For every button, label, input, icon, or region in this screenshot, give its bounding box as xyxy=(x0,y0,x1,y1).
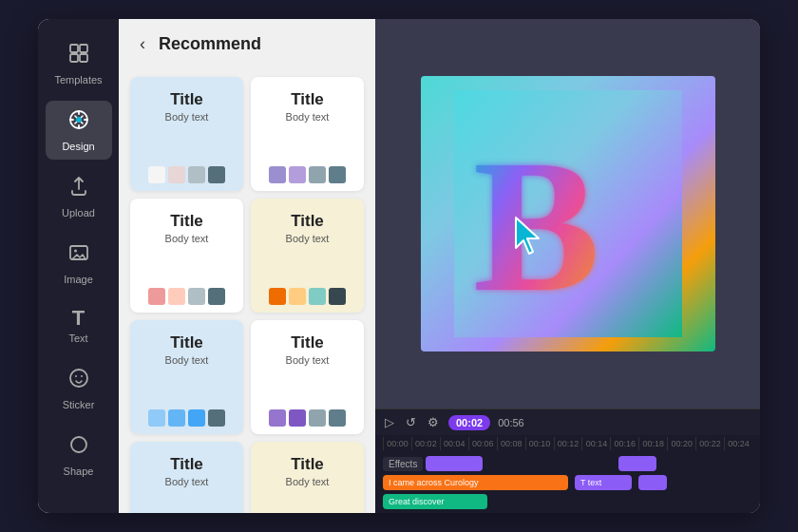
track-label-effects: Effects xyxy=(383,457,423,471)
ruler-tick: 00:24 xyxy=(724,437,752,450)
swatch xyxy=(289,288,306,305)
sidebar-item-templates[interactable]: Templates xyxy=(46,34,112,93)
sidebar-label-sticker: Sticker xyxy=(63,399,95,410)
card-body: Body text xyxy=(286,111,330,123)
sidebar-item-text[interactable]: T Text xyxy=(46,300,112,352)
svg-rect-2 xyxy=(70,54,78,62)
swatch xyxy=(329,166,346,183)
sidebar-label-shape: Shape xyxy=(64,466,94,477)
template-card[interactable]: Title Body text xyxy=(251,320,364,434)
timeline-ruler: 00:00 00:02 00:04 00:06 00:08 00:10 00:1… xyxy=(375,435,760,452)
track-effects: Effects xyxy=(383,456,752,472)
design-icon xyxy=(67,108,90,137)
text-icon: T xyxy=(72,308,85,329)
back-button[interactable]: ‹ xyxy=(134,32,151,56)
track-bar-text: I came across Curology xyxy=(389,478,479,487)
swatch xyxy=(329,409,346,427)
sidebar-label-templates: Templates xyxy=(54,74,102,86)
sticker-icon xyxy=(67,367,90,395)
ruler-tick: 00:02 xyxy=(411,437,440,450)
swatch xyxy=(148,288,165,305)
color-palette xyxy=(140,409,234,427)
sidebar-item-shape[interactable]: Shape xyxy=(46,426,112,484)
sidebar-item-design[interactable]: Design xyxy=(46,101,112,160)
total-time: 00:56 xyxy=(498,417,524,428)
timeline-play-button[interactable]: ▷ xyxy=(383,413,396,431)
swatch xyxy=(168,409,185,427)
svg-point-10 xyxy=(81,375,83,377)
track-bar-text[interactable]: T text xyxy=(575,475,632,490)
template-card[interactable]: Title Body text xyxy=(251,77,364,191)
card-body: Body text xyxy=(286,354,330,366)
template-card[interactable]: Title Body text xyxy=(130,77,243,191)
color-palette xyxy=(260,409,354,427)
ruler-tick: 00:22 xyxy=(695,437,724,450)
svg-text:B: B xyxy=(473,121,599,331)
sidebar-label-design: Design xyxy=(62,141,94,152)
card-title: Title xyxy=(291,90,324,109)
shape-icon xyxy=(67,433,90,462)
swatch xyxy=(188,166,205,183)
template-card[interactable]: Title Body text xyxy=(130,442,243,513)
swatch xyxy=(188,409,205,427)
sidebar-label-upload: Upload xyxy=(62,207,95,218)
swatch xyxy=(208,409,225,427)
ruler-tick: 00:12 xyxy=(554,437,582,450)
track-discover: Great discover xyxy=(383,493,752,509)
app-window: Templates Design Upload xyxy=(38,19,760,513)
ruler-tick: 00:16 xyxy=(610,437,638,450)
track-bar-discover[interactable]: Great discover xyxy=(383,494,487,509)
timeline-controls: ▷ ↺ ⚙ 00:02 00:56 xyxy=(375,409,760,435)
canvas-content: B xyxy=(421,76,715,352)
track-bar-text-2[interactable] xyxy=(638,475,667,490)
sidebar-item-sticker[interactable]: Sticker xyxy=(46,359,112,418)
track-bar-text: Great discover xyxy=(389,497,445,506)
template-card[interactable]: Title Body text xyxy=(130,199,243,313)
template-grid: Title Body text Title Body text xyxy=(119,69,375,513)
ruler-tick: 00:18 xyxy=(638,437,667,450)
svg-rect-1 xyxy=(80,45,87,52)
template-card[interactable]: Title Body text xyxy=(251,442,364,513)
swatch xyxy=(309,288,326,305)
card-body: Body text xyxy=(286,476,330,487)
timeline-tracks: Effects I came across Curology T text xyxy=(375,452,760,513)
track-bar-narration[interactable]: I came across Curology xyxy=(383,475,568,490)
svg-point-9 xyxy=(75,375,77,377)
swatch xyxy=(168,288,185,305)
swatch xyxy=(148,166,165,183)
swatch xyxy=(289,409,306,427)
card-body: Body text xyxy=(165,111,209,123)
ruler-tick: 00:20 xyxy=(667,437,695,450)
card-title: Title xyxy=(170,212,203,231)
color-palette xyxy=(140,166,234,183)
ruler-tick: 00:00 xyxy=(383,437,411,450)
card-title: Title xyxy=(291,333,324,352)
svg-point-11 xyxy=(71,437,86,452)
card-body: Body text xyxy=(286,233,330,244)
color-palette xyxy=(260,288,354,305)
track-bar-effects[interactable] xyxy=(426,456,483,471)
canvas-area: B ▷ ↺ ⚙ 00:02 00:56 00:00 00:02 00:04 00… xyxy=(375,19,760,513)
swatch xyxy=(188,288,205,305)
timeline-settings-button[interactable]: ⚙ xyxy=(426,413,441,431)
template-card[interactable]: Title Body text xyxy=(130,320,243,434)
color-palette xyxy=(140,288,234,305)
card-title: Title xyxy=(170,333,203,352)
card-title: Title xyxy=(170,90,203,109)
timeline-reset-button[interactable]: ↺ xyxy=(404,413,418,431)
current-time: 00:02 xyxy=(448,415,490,430)
swatch xyxy=(208,288,225,305)
card-title: Title xyxy=(291,455,324,474)
swatch xyxy=(269,409,286,427)
sidebar-item-image[interactable]: Image xyxy=(46,234,112,293)
swatch xyxy=(168,166,185,183)
swatch xyxy=(269,166,286,183)
sidebar-item-upload[interactable]: Upload xyxy=(46,167,112,226)
track-bar-effects-2[interactable] xyxy=(618,456,656,471)
card-title: Title xyxy=(170,455,203,474)
canvas-viewport[interactable]: B xyxy=(375,19,760,408)
svg-point-8 xyxy=(70,370,87,387)
svg-point-7 xyxy=(74,250,77,253)
template-card[interactable]: Title Body text xyxy=(251,199,364,313)
sidebar: Templates Design Upload xyxy=(38,19,119,513)
